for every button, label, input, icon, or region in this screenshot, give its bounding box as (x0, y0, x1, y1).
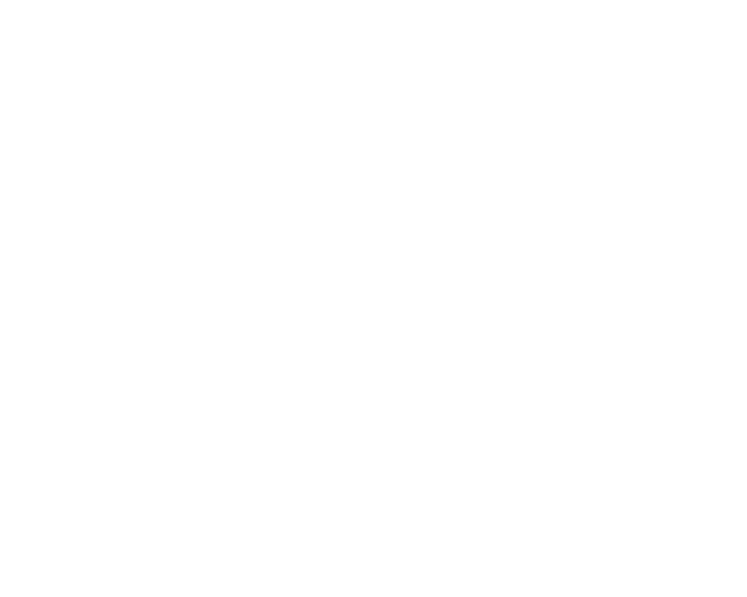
footer (0, 589, 747, 597)
chart-container (0, 0, 747, 560)
connector-lines (0, 0, 747, 560)
